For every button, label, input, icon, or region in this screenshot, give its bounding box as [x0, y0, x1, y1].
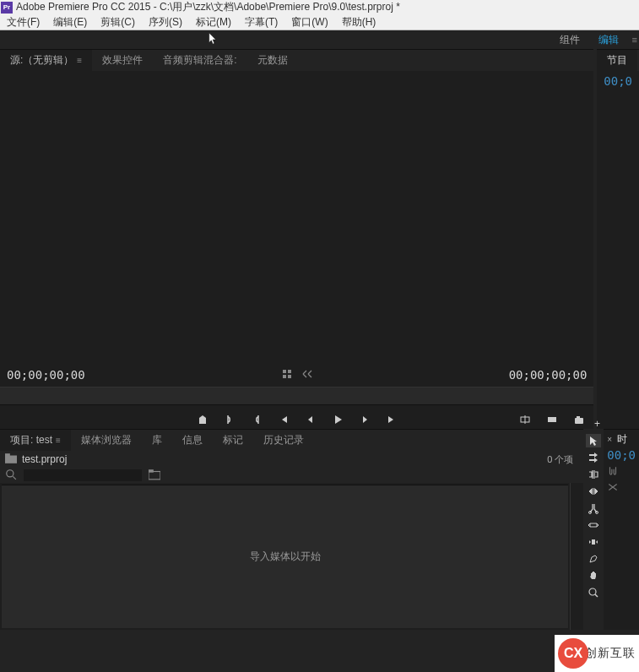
project-header: test.prproj 0 个项 — [0, 451, 583, 468]
source-timecode-left[interactable]: 00;00;00;00 — [7, 368, 85, 382]
menu-clip[interactable]: 剪辑(C) — [95, 14, 140, 30]
go-to-out-icon[interactable] — [386, 414, 398, 425]
search-icon[interactable] — [5, 469, 17, 482]
timeline-timecode[interactable]: 00;0 — [604, 447, 639, 463]
svg-line-12 — [13, 476, 15, 480]
main-area: 源:（无剪辑）≡ 效果控件 音频剪辑混合器: 元数据 00;00;00;00 0… — [0, 49, 639, 429]
zoom-tool-icon[interactable] — [586, 586, 601, 599]
linked-selection-icon[interactable] — [607, 481, 636, 495]
svg-rect-2 — [283, 375, 286, 378]
project-panel: 项目: test≡ 媒体浏览器 库 信息 标记 历史记录 test.prproj… — [0, 429, 583, 630]
close-panel-icon[interactable]: × — [607, 435, 612, 444]
tab-project[interactable]: 项目: test≡ — [0, 430, 71, 451]
tab-info[interactable]: 信息 — [172, 430, 213, 451]
tab-source[interactable]: 源:（无剪辑）≡ — [0, 50, 92, 71]
source-timecode-row: 00;00;00;00 00;00;00;00 — [0, 363, 593, 387]
search-input[interactable] — [24, 469, 142, 481]
project-bin-area[interactable]: 导入媒体以开始 — [2, 485, 568, 628]
source-scrubber[interactable] — [0, 387, 593, 405]
tab-effect-controls[interactable]: 效果控件 — [92, 50, 153, 71]
tab-markers[interactable]: 标记 — [213, 430, 253, 451]
mark-in-icon[interactable] — [224, 414, 236, 425]
program-timecode[interactable]: 00;0 — [600, 68, 636, 95]
workspace-item-editing[interactable]: 编辑 — [593, 31, 624, 49]
step-back-icon[interactable] — [305, 414, 317, 425]
go-to-in-icon[interactable] — [278, 414, 290, 425]
project-search-row — [0, 468, 583, 483]
snap-icon[interactable] — [607, 465, 636, 479]
menu-edit[interactable]: 编辑(E) — [48, 14, 92, 30]
svg-rect-9 — [5, 456, 17, 463]
svg-rect-13 — [149, 472, 160, 480]
export-frame-icon[interactable] — [573, 414, 585, 425]
titlebar-title: Adobe Premiere Pro CC 2015 - C:\用户\zzk\文… — [16, 0, 400, 14]
project-tab-row: 项目: test≡ 媒体浏览器 库 信息 标记 历史记录 — [0, 430, 583, 451]
titlebar: Pr Adobe Premiere Pro CC 2015 - C:\用户\zz… — [0, 0, 639, 14]
slip-tool-icon[interactable] — [586, 518, 601, 532]
tab-media-browser[interactable]: 媒体浏览器 — [71, 430, 142, 451]
svg-rect-10 — [5, 453, 10, 457]
lower-area: 项目: test≡ 媒体浏览器 库 信息 标记 历史记录 test.prproj… — [0, 429, 639, 630]
bin-icon — [5, 453, 17, 466]
overwrite-icon[interactable] — [546, 414, 558, 425]
hand-tool-icon[interactable] — [586, 569, 601, 583]
tab-libraries[interactable]: 库 — [142, 430, 172, 451]
menu-marker[interactable]: 标记(M) — [191, 14, 236, 30]
svg-rect-1 — [288, 370, 291, 373]
pen-tool-icon[interactable] — [586, 552, 601, 566]
svg-rect-0 — [283, 370, 286, 373]
ripple-edit-tool-icon[interactable] — [586, 468, 601, 481]
svg-rect-6 — [548, 417, 556, 422]
tab-history[interactable]: 历史记录 — [253, 430, 314, 451]
svg-rect-8 — [577, 416, 580, 419]
workspace-item-assembly[interactable]: 组件 — [555, 31, 585, 49]
import-media-hint: 导入媒体以开始 — [250, 550, 321, 564]
source-monitor-panel: 源:（无剪辑）≡ 效果控件 音频剪辑混合器: 元数据 00;00;00;00 0… — [0, 49, 593, 429]
rate-stretch-tool-icon[interactable] — [586, 485, 601, 498]
fit-icon[interactable] — [281, 368, 293, 382]
svg-line-18 — [595, 594, 598, 597]
tools-panel — [583, 429, 604, 630]
menu-title[interactable]: 字幕(T) — [240, 14, 283, 30]
menu-window[interactable]: 窗口(W) — [286, 14, 333, 30]
slide-tool-icon[interactable] — [586, 535, 601, 549]
program-monitor-panel: 节目 00;0 — [597, 49, 639, 429]
tab-metadata[interactable]: 元数据 — [247, 50, 298, 71]
track-select-forward-tool-icon[interactable] — [586, 451, 601, 464]
step-forward-icon[interactable] — [359, 414, 371, 425]
add-marker-icon[interactable] — [197, 414, 208, 425]
svg-rect-3 — [288, 375, 291, 378]
tab-program[interactable]: 节目 — [597, 50, 637, 71]
source-timecode-right[interactable]: 00;00;00;00 — [509, 368, 588, 382]
mark-out-icon[interactable] — [251, 414, 263, 425]
watermark: CX 创新互联 — [555, 635, 639, 672]
panel-menu-icon[interactable]: ≡ — [56, 436, 61, 445]
project-filename: test.prproj — [22, 453, 67, 465]
razor-tool-icon[interactable] — [586, 501, 601, 515]
selection-tool-icon[interactable] — [586, 434, 601, 447]
insert-icon[interactable] — [519, 414, 531, 425]
play-icon[interactable] — [332, 414, 344, 425]
source-viewer — [0, 71, 593, 363]
watermark-logo-icon: CX — [558, 638, 588, 669]
timeline-panel: × 时 00;0 — [604, 429, 639, 630]
svg-rect-7 — [575, 418, 583, 424]
source-transport — [0, 405, 593, 429]
workspace-bar: 组件 编辑 ≡ — [0, 30, 639, 49]
svg-rect-14 — [149, 469, 154, 473]
add-button-icon[interactable]: + — [594, 418, 600, 430]
workspace-menu-icon[interactable]: ≡ — [632, 35, 637, 45]
panel-menu-icon[interactable]: ≡ — [77, 56, 82, 65]
tab-timeline[interactable]: 时 — [617, 432, 627, 447]
tab-audio-clip-mixer[interactable]: 音频剪辑混合器: — [153, 50, 246, 71]
new-bin-icon[interactable] — [149, 469, 160, 482]
menu-sequence[interactable]: 序列(S) — [144, 14, 187, 30]
project-scrollbar[interactable] — [570, 483, 583, 630]
settings-icon[interactable] — [301, 368, 313, 382]
item-count: 0 个项 — [547, 453, 573, 466]
app-icon: Pr — [1, 2, 13, 14]
menu-help[interactable]: 帮助(H) — [337, 14, 382, 30]
menubar: 文件(F) 编辑(E) 剪辑(C) 序列(S) 标记(M) 字幕(T) 窗口(W… — [0, 14, 639, 30]
source-tab-row: 源:（无剪辑）≡ 效果控件 音频剪辑混合器: 元数据 — [0, 50, 593, 71]
menu-file[interactable]: 文件(F) — [2, 14, 45, 30]
